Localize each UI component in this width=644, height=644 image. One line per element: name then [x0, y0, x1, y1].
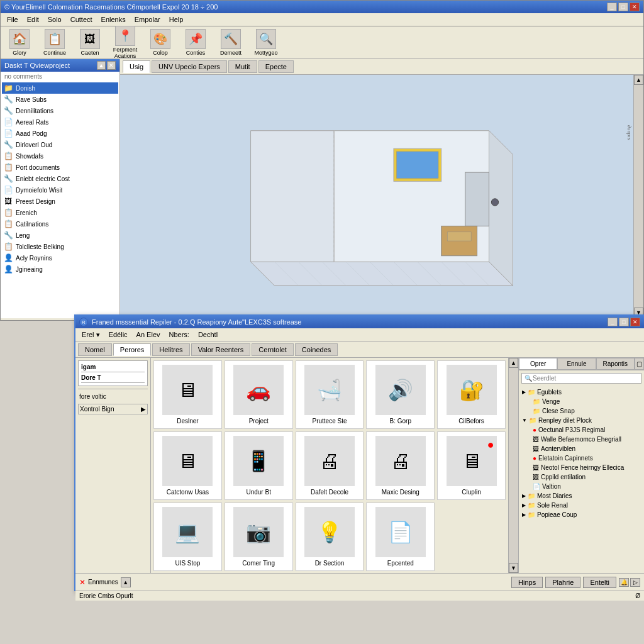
tab-coinedes[interactable]: Coinedes [295, 343, 338, 356]
tree-item-tolclleste[interactable]: 📋 Tolclleste Belking [2, 241, 118, 252]
tree-item-aaad-podg[interactable]: 📄 Aaad Podg [2, 128, 118, 139]
product-dafelt[interactable]: 🖨 Dafelt Decole [296, 431, 364, 500]
menu-erel[interactable]: Erel ▾ [78, 330, 104, 340]
bottom-extra-btn2[interactable]: ▷ [630, 578, 640, 587]
tab-perores[interactable]: Perores [113, 343, 152, 356]
panel-close-button[interactable]: ✕ [107, 61, 116, 70]
menu-an-elev[interactable]: An Elev [133, 330, 164, 340]
right-tree-oectunal[interactable]: ● Oectunal P3JS Regimal [520, 425, 643, 435]
right-tab-rapontis[interactable]: Rapontis [596, 358, 635, 370]
right-tree-renpley[interactable]: ▼ 📁 Renpley dilet Plock [520, 416, 643, 425]
tab-mutit[interactable]: Mutit [228, 60, 257, 73]
second-minimize-button[interactable]: _ [608, 318, 618, 326]
product-epcented[interactable]: 📄 Epcented [366, 502, 435, 571]
right-tree-cppild[interactable]: 🖼 Cppild entilation [520, 472, 643, 482]
tree-item-rave-subs[interactable]: 🔧 Rave Subs [2, 94, 118, 105]
menu-solo[interactable]: Solo [44, 14, 65, 25]
tree-item-aereal-rats[interactable]: 📄 Aereal Rats [2, 116, 118, 128]
product-cluplin[interactable]: 🖥 ● Cluplin [437, 431, 506, 500]
right-tree-eletatoin[interactable]: ● Eletatoin Capinnets [520, 453, 643, 463]
product-cilbefors[interactable]: 🔐 CilBefors [437, 360, 506, 429]
product-project[interactable]: 🚗 Project [225, 360, 293, 429]
right-tab-ennule[interactable]: Ennule [557, 358, 596, 370]
tree-item-showdafs[interactable]: 📋 Showdafs [2, 150, 118, 162]
scroll-up-button[interactable]: ▲ [634, 75, 643, 85]
right-tree-egublets[interactable]: ▶ 📁 Egublets [520, 387, 643, 397]
toolbar-btn-glory[interactable]: 🏠Glory [3, 27, 36, 58]
tab-epecte[interactable]: Epecte [258, 60, 294, 73]
toolbar-btn-demeett[interactable]: 🔨Demeett [214, 27, 247, 58]
product-deslner[interactable]: 🖥 Deslner [153, 360, 222, 429]
right-tree-sole[interactable]: ▶ 📁 Sole Renal [520, 501, 643, 510]
menu-empolar[interactable]: Empolar [131, 14, 164, 25]
toolbar-btn-continue[interactable]: 📋Continue [38, 27, 71, 58]
tree-item-port-docs[interactable]: 📋 Port documents [2, 162, 118, 173]
product-catctonw[interactable]: 🖥 Catctonw Usas [153, 431, 222, 500]
menu-edelic[interactable]: Edélic [105, 330, 131, 340]
right-tab-oprer[interactable]: Oprer [519, 358, 557, 370]
right-tab-extra[interactable]: ▢ [635, 358, 644, 370]
toolbar-btn-caeten[interactable]: 🖼Caeten [74, 27, 106, 58]
menu-dechtl[interactable]: Dechtl [194, 330, 221, 340]
product-maxic[interactable]: 🖨 Maxic Desing [366, 431, 435, 500]
grid-scroll-down[interactable]: ▼ [509, 563, 518, 573]
fore-voltic-item[interactable]: fore voltic [78, 392, 148, 401]
close-button[interactable]: ✕ [630, 3, 640, 11]
tab-helitres[interactable]: Helitres [152, 343, 189, 356]
menu-help[interactable]: Help [165, 14, 187, 25]
tab-unv[interactable]: UNV Upecio Expers [152, 60, 227, 73]
right-tree-neotol[interactable]: 🖼 Neotol Fence heirngy Ellecica [520, 463, 643, 472]
tree-item-eniebt[interactable]: 🔧 Eniebt electric Cost [2, 173, 118, 184]
product-dr-section[interactable]: 💡 Dr Section [296, 502, 364, 571]
tree-item-acly[interactable]: 👤 Acly Roynins [2, 252, 118, 264]
right-tree-acnter[interactable]: 🖼 Acnterviblen [520, 444, 643, 453]
ennmunes-label[interactable]: Ennmunes [88, 579, 118, 586]
bottom-extra-btn1[interactable]: 🔔 [619, 578, 629, 587]
toolbar-btn-mottygeo[interactable]: 🔍Mottygeo [250, 27, 282, 58]
tree-item-dennilitations[interactable]: 🔧 Dennilitations [2, 105, 118, 116]
plahrie-button[interactable]: Plahrie [545, 577, 580, 588]
tree-item-jgineaing[interactable]: 👤 Jgineaing [2, 264, 118, 275]
tree-item-dirloverl-oud[interactable]: 🔧 Dirloverl Oud [2, 139, 118, 150]
minimize-button[interactable]: _ [607, 3, 617, 11]
tab-cerntolet[interactable]: Cerntolet [252, 343, 294, 356]
menu-enlenks[interactable]: Enlenks [97, 14, 130, 25]
product-pruttece[interactable]: 🛁 Pruttece Ste [296, 360, 364, 429]
search-input[interactable] [532, 374, 638, 382]
right-tree-walle[interactable]: 🖼 Walle Befaemomco Ehegriall [520, 435, 643, 444]
right-tree-valtion[interactable]: 📄 Valtion [520, 482, 643, 491]
xontrol-bign-item[interactable]: Xontrol Bign ▶ [78, 404, 148, 414]
grid-scroll-up[interactable]: ▲ [509, 358, 518, 368]
tab-valor[interactable]: Valor Reenters [191, 343, 251, 356]
entelti-button[interactable]: Entelti [583, 577, 616, 588]
right-tree-most[interactable]: ▶ 📁 Most Diaries [520, 491, 643, 501]
panel-up-button[interactable]: ▲ [97, 61, 106, 70]
toolbar-btn-ferpment-acations[interactable]: 📍Ferpment Acations [109, 24, 142, 61]
product-undur[interactable]: 📱 Undur Bt [225, 431, 293, 500]
tree-item-dymoiefolo[interactable]: 📄 Dymoiefolo Wisit [2, 184, 118, 196]
hinps-button[interactable]: Hinps [511, 577, 543, 588]
bottom-expand-button[interactable]: ▲ [121, 577, 131, 587]
right-tree-clese[interactable]: 📁 Clese Snap [520, 406, 643, 416]
tree-item-preest[interactable]: 🖼 Preest Design [2, 196, 118, 207]
second-maximize-button[interactable]: □ [619, 318, 629, 326]
toolbar-btn-conties[interactable]: 📌Conties [179, 27, 212, 58]
tab-nomel[interactable]: Nomel [78, 343, 112, 356]
tree-item-erenich[interactable]: 📋 Erenich [2, 207, 118, 218]
menu-edit[interactable]: Edit [23, 14, 43, 25]
toolbar-btn-colop[interactable]: 🎨Colop [144, 27, 177, 58]
tree-item-catilnations[interactable]: 📋 Catilnations [2, 218, 118, 230]
menu-file[interactable]: File [3, 14, 22, 25]
tab-usig[interactable]: Usig [123, 60, 150, 73]
menu-nbers[interactable]: Nbers: [165, 330, 193, 340]
tree-item-leng[interactable]: 🔧 Leng [2, 230, 118, 241]
second-close-button[interactable]: ✕ [630, 318, 640, 326]
product-comer-ting[interactable]: 📷 Comer Ting [225, 502, 293, 571]
product-bgorp[interactable]: 🔊 B: Gorp [366, 360, 435, 429]
tree-item-donish[interactable]: 📁 Donish [2, 82, 118, 94]
right-tree-venge[interactable]: 📁 Venge [520, 397, 643, 406]
right-tree-popieae[interactable]: ▶ 📁 Popieae Coup [520, 510, 643, 519]
maximize-button[interactable]: □ [618, 3, 628, 11]
product-uis-stop[interactable]: 💻 UIS Stop [153, 502, 222, 571]
menu-cuttect[interactable]: Cuttect [67, 14, 96, 25]
